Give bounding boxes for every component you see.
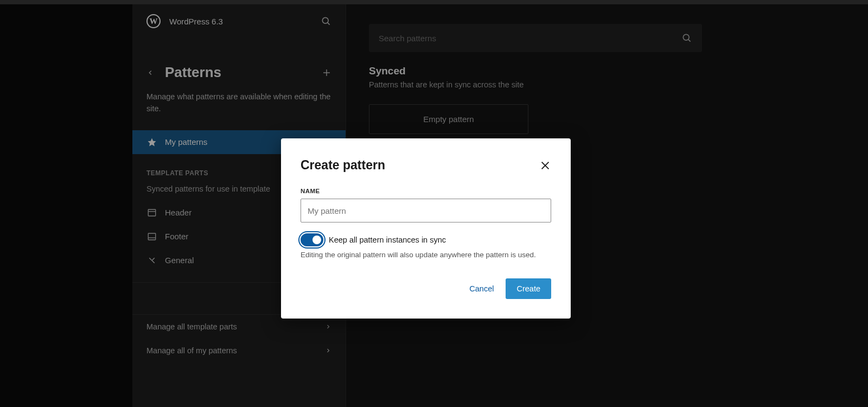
sync-toggle-help: Editing the original pattern will also u… <box>301 251 551 259</box>
wordpress-logo-icon[interactable]: W <box>146 14 161 28</box>
svg-rect-9 <box>152 258 155 260</box>
link-label: Manage all template parts <box>146 322 237 331</box>
search-input[interactable] <box>379 34 681 43</box>
create-button[interactable]: Create <box>506 278 551 299</box>
toggle-knob <box>312 236 321 244</box>
manage-my-patterns-link[interactable]: Manage all of my patterns <box>132 339 346 363</box>
header-part-icon <box>146 207 157 218</box>
sidebar-item-label: My patterns <box>165 137 207 147</box>
sidebar-item-label: General <box>165 256 194 265</box>
synced-description: Patterns that are kept in sync across th… <box>369 80 845 89</box>
svg-point-11 <box>683 34 689 40</box>
sync-toggle[interactable] <box>301 233 323 246</box>
svg-marker-4 <box>148 138 156 146</box>
site-title: WordPress 6.3 <box>169 17 312 26</box>
synced-heading: Synced <box>369 65 845 77</box>
chevron-right-icon <box>325 347 331 354</box>
modal-actions: Cancel Create <box>301 278 551 299</box>
svg-point-0 <box>322 17 328 23</box>
name-field-label: NAME <box>301 188 551 194</box>
search-patterns-field[interactable] <box>369 24 702 52</box>
modal-title: Create pattern <box>301 158 539 173</box>
create-pattern-modal: Create pattern NAME Keep all pattern ins… <box>281 138 571 319</box>
sync-toggle-label: Keep all pattern instances in sync <box>329 236 446 244</box>
sidebar-section-header: Patterns <box>132 38 346 86</box>
pattern-name-input[interactable] <box>301 199 551 222</box>
window-top-strip <box>0 0 868 4</box>
sidebar-item-label: Footer <box>165 232 188 241</box>
add-pattern-icon[interactable] <box>322 68 331 78</box>
general-part-icon <box>146 255 157 266</box>
modal-header: Create pattern <box>301 158 551 173</box>
sidebar-header: W WordPress 6.3 <box>132 4 346 38</box>
chevron-right-icon <box>325 323 331 330</box>
svg-line-1 <box>328 23 330 25</box>
sync-toggle-row: Keep all pattern instances in sync <box>301 233 551 246</box>
pattern-card-label: Empty pattern <box>423 115 474 124</box>
svg-rect-7 <box>148 233 156 240</box>
footer-part-icon <box>146 231 157 242</box>
left-gutter <box>0 4 132 407</box>
search-icon[interactable] <box>321 16 331 27</box>
pattern-card-empty[interactable]: Empty pattern <box>369 104 528 134</box>
svg-line-12 <box>688 40 691 42</box>
svg-rect-5 <box>148 209 156 216</box>
section-description: Manage what patterns are available when … <box>132 86 346 130</box>
link-label: Manage all of my patterns <box>146 346 237 355</box>
page-title: Patterns <box>165 64 322 81</box>
close-icon[interactable] <box>539 160 551 171</box>
cancel-button[interactable]: Cancel <box>467 279 496 298</box>
star-icon <box>146 137 157 148</box>
search-icon <box>681 33 692 43</box>
sidebar-item-label: Header <box>165 208 192 217</box>
back-icon[interactable] <box>146 69 154 77</box>
